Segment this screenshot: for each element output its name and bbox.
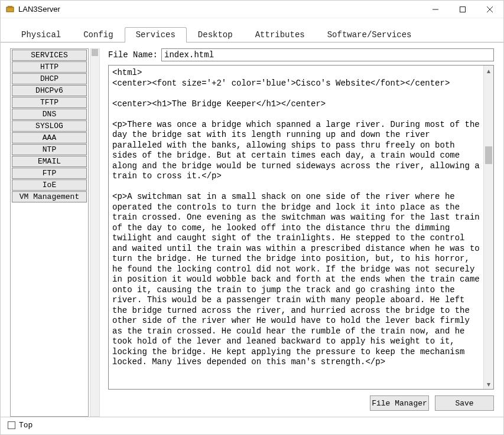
file-editor[interactable]: <html> <center><font size='+2' color='bl… — [109, 66, 483, 389]
content-area: SERVICES HTTP DHCP DHCPv6 TFTP DNS SYSLO… — [1, 42, 503, 417]
scroll-down-icon[interactable]: ▾ — [484, 379, 493, 389]
window-title: LAN3Server — [18, 5, 422, 14]
scroll-up-icon[interactable]: ▴ — [484, 66, 493, 76]
sidebar-item-ioe[interactable]: IoE — [12, 179, 87, 191]
sidebar-container: SERVICES HTTP DHCP DHCPv6 TFTP DNS SYSLO… — [10, 48, 100, 417]
sidebar-item-ftp[interactable]: FTP — [12, 168, 87, 179]
file-manager-button[interactable]: File Manager — [370, 395, 429, 411]
sidebar-item-aaa[interactable]: AAA — [12, 132, 87, 143]
tab-attributes[interactable]: Attributes — [244, 27, 316, 42]
tab-bar: Physical Config Services Desktop Attribu… — [1, 18, 503, 42]
tab-services[interactable]: Services — [125, 27, 187, 42]
window-controls — [422, 1, 503, 18]
sidebar-item-services[interactable]: SERVICES — [12, 50, 87, 61]
main-panel: File Name: <html> <center><font size='+2… — [108, 48, 494, 417]
sidebar-item-dhcpv6[interactable]: DHCPv6 — [12, 85, 87, 96]
bottom-bar: Top — [1, 417, 503, 434]
editor-scrollbar[interactable]: ▴ ▾ — [483, 66, 493, 389]
minimize-button[interactable] — [422, 1, 449, 18]
titlebar: LAN3Server — [1, 1, 503, 18]
save-button[interactable]: Save — [435, 395, 494, 411]
scrollbar-track[interactable] — [484, 76, 493, 379]
services-sidebar: SERVICES HTTP DHCP DHCPv6 TFTP DNS SYSLO… — [10, 48, 89, 417]
file-name-row: File Name: — [108, 48, 494, 61]
close-button[interactable] — [476, 1, 503, 18]
sidebar-item-ntp[interactable]: NTP — [12, 144, 87, 155]
sidebar-item-dns[interactable]: DNS — [12, 109, 87, 120]
tab-desktop[interactable]: Desktop — [187, 27, 244, 42]
maximize-button[interactable] — [449, 1, 476, 18]
sidebar-item-syslog[interactable]: SYSLOG — [12, 120, 87, 132]
sidebar-item-vm-management[interactable]: VM Management — [12, 191, 87, 202]
sidebar-scrollbar[interactable] — [90, 48, 100, 417]
button-row: File Manager Save — [108, 393, 494, 417]
file-name-label: File Name: — [108, 50, 158, 60]
tab-config[interactable]: Config — [72, 27, 124, 42]
tab-software-services[interactable]: Software/Services — [316, 27, 423, 42]
scrollbar-thumb[interactable] — [92, 49, 98, 56]
app-icon — [5, 5, 15, 14]
svg-rect-1 — [8, 6, 12, 8]
editor-container: <html> <center><font size='+2' color='bl… — [108, 65, 494, 390]
scrollbar-thumb[interactable] — [485, 146, 492, 164]
svg-rect-3 — [460, 6, 466, 12]
top-checkbox-label: Top — [19, 421, 32, 430]
sidebar-item-email[interactable]: EMAIL — [12, 156, 87, 167]
top-checkbox[interactable] — [8, 421, 15, 429]
sidebar-item-tftp[interactable]: TFTP — [12, 97, 87, 108]
tab-physical[interactable]: Physical — [10, 27, 72, 42]
sidebar-item-dhcp[interactable]: DHCP — [12, 73, 87, 84]
file-name-input[interactable] — [161, 48, 494, 61]
sidebar-item-http[interactable]: HTTP — [12, 61, 87, 73]
